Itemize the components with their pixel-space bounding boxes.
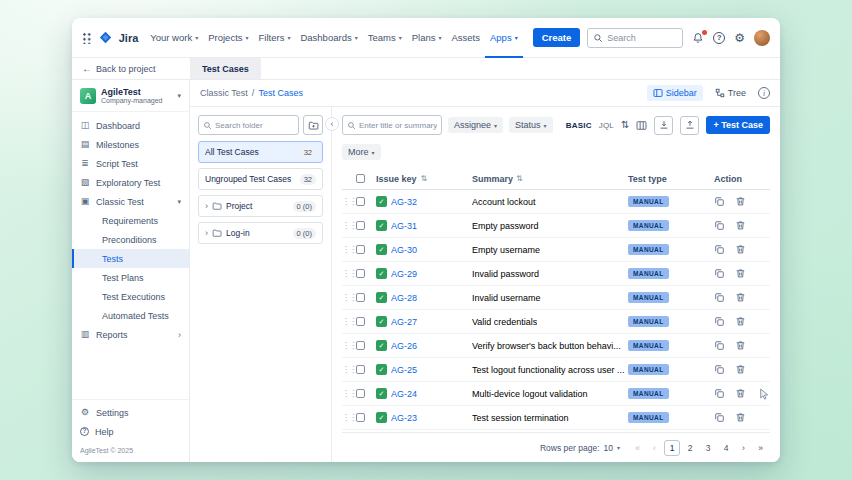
delete-icon[interactable] bbox=[735, 316, 746, 327]
row-summary[interactable]: Test session termination bbox=[472, 413, 569, 423]
global-search-input[interactable] bbox=[607, 33, 677, 43]
table-row[interactable]: ⋮⋮ ✓ AG-27 Valid credentials MANUAL bbox=[342, 310, 770, 334]
page-number[interactable]: 4 bbox=[718, 440, 734, 456]
delete-icon[interactable] bbox=[735, 244, 746, 255]
topnav-item[interactable]: Plans ▾ bbox=[407, 18, 447, 58]
row-checkbox[interactable] bbox=[356, 413, 365, 422]
drag-handle-icon[interactable]: ⋮⋮ bbox=[342, 197, 356, 206]
drag-handle-icon[interactable]: ⋮⋮ bbox=[342, 365, 356, 374]
delete-icon[interactable] bbox=[735, 340, 746, 351]
table-row[interactable]: ⋮⋮ ✓ AG-25 Test logout functionality acr… bbox=[342, 358, 770, 382]
copy-icon[interactable] bbox=[714, 340, 725, 351]
table-row[interactable]: ⋮⋮ ✓ AG-31 Empty password MANUAL bbox=[342, 214, 770, 238]
issue-key-link[interactable]: AG-26 bbox=[391, 341, 417, 351]
copy-icon[interactable] bbox=[714, 316, 725, 327]
sidebar-footer-item[interactable]: ⚙ Settings bbox=[72, 403, 189, 422]
add-test-case-button[interactable]: + Test Case bbox=[706, 116, 770, 134]
issue-key-link[interactable]: AG-27 bbox=[391, 317, 417, 327]
row-checkbox[interactable] bbox=[356, 197, 365, 206]
topnav-item[interactable]: Projects ▾ bbox=[203, 18, 253, 58]
folder-search-input[interactable] bbox=[215, 121, 294, 130]
topnav-item[interactable]: Dashboards ▾ bbox=[295, 18, 362, 58]
row-checkbox[interactable] bbox=[356, 221, 365, 230]
row-summary[interactable]: Test logout functionality across user ..… bbox=[472, 365, 625, 375]
rows-per-page[interactable]: Rows per page: 10 ▾ bbox=[540, 443, 620, 453]
last-page-button[interactable]: » bbox=[753, 440, 768, 455]
drag-handle-icon[interactable]: ⋮⋮ bbox=[342, 389, 356, 398]
row-summary[interactable]: Verify browser's back button behavi... bbox=[472, 341, 621, 351]
settings-gear-icon[interactable]: ⚙ bbox=[734, 32, 745, 44]
notifications-bell-icon[interactable] bbox=[692, 32, 704, 44]
copy-icon[interactable] bbox=[714, 292, 725, 303]
user-avatar[interactable] bbox=[754, 30, 770, 46]
copy-icon[interactable] bbox=[714, 268, 725, 279]
sidebar-item[interactable]: ≣ Script Test bbox=[72, 154, 189, 173]
row-checkbox[interactable] bbox=[356, 341, 365, 350]
chevron-right-icon[interactable]: › bbox=[205, 201, 208, 211]
issue-key-link[interactable]: AG-29 bbox=[391, 269, 417, 279]
table-row[interactable]: ⋮⋮ ✓ AG-28 Invalid username MANUAL bbox=[342, 286, 770, 310]
sidebar-item[interactable]: ◫ Dashboard bbox=[72, 116, 189, 135]
row-checkbox[interactable] bbox=[356, 269, 365, 278]
drag-handle-icon[interactable]: ⋮⋮ bbox=[342, 341, 356, 350]
breadcrumb-parent[interactable]: Classic Test bbox=[200, 88, 248, 98]
global-search[interactable] bbox=[587, 28, 683, 48]
sidebar-footer-item[interactable]: ? Help bbox=[72, 422, 189, 441]
copy-icon[interactable] bbox=[714, 364, 725, 375]
status-filter[interactable]: Status ▾ bbox=[509, 117, 553, 133]
issue-key-link[interactable]: AG-32 bbox=[391, 197, 417, 207]
topnav-item[interactable]: Teams ▾ bbox=[363, 18, 407, 58]
issue-key-link[interactable]: AG-25 bbox=[391, 365, 417, 375]
page-number[interactable]: 3 bbox=[700, 440, 716, 456]
summary-search-input[interactable] bbox=[359, 121, 437, 130]
sidebar-item[interactable]: ▧ Exploratory Test bbox=[72, 173, 189, 192]
help-icon[interactable]: ? bbox=[713, 32, 725, 44]
delete-icon[interactable] bbox=[735, 220, 746, 231]
info-icon[interactable]: i bbox=[758, 87, 770, 99]
export-icon[interactable] bbox=[680, 116, 699, 135]
brand-name[interactable]: Jira bbox=[119, 32, 139, 44]
copy-icon[interactable] bbox=[714, 412, 725, 423]
delete-icon[interactable] bbox=[735, 388, 746, 399]
basic-mode-toggle[interactable]: BASIC bbox=[566, 121, 592, 130]
copy-icon[interactable] bbox=[714, 220, 725, 231]
folder-item[interactable]: All Test Cases 32 bbox=[198, 141, 323, 163]
row-summary[interactable]: Empty username bbox=[472, 245, 540, 255]
drag-handle-icon[interactable]: ⋮⋮ bbox=[342, 221, 356, 230]
copy-icon[interactable] bbox=[714, 244, 725, 255]
sidebar-item[interactable]: ▣ Classic Test ▾ bbox=[72, 192, 189, 211]
collapse-panel-button[interactable]: ‹ bbox=[325, 117, 339, 131]
folder-item[interactable]: › Project 0 (0) bbox=[198, 195, 323, 217]
breadcrumb-current[interactable]: Test Cases bbox=[258, 88, 303, 98]
row-summary[interactable]: Empty password bbox=[472, 221, 539, 231]
folder-item[interactable]: › Log-in 0 (0) bbox=[198, 222, 323, 244]
topnav-item[interactable]: Assets ▾ bbox=[446, 18, 485, 58]
issue-key-link[interactable]: AG-23 bbox=[391, 413, 417, 423]
sidebar-item[interactable]: ▤ Milestones bbox=[72, 135, 189, 154]
delete-icon[interactable] bbox=[735, 364, 746, 375]
summary-search[interactable] bbox=[342, 115, 442, 135]
issue-key-link[interactable]: AG-31 bbox=[391, 221, 417, 231]
more-filters-button[interactable]: More ▾ bbox=[342, 144, 381, 160]
row-summary[interactable]: Invalid password bbox=[472, 269, 539, 279]
sidebar-item[interactable]: Test Plans bbox=[72, 268, 189, 287]
folder-item[interactable]: Ungrouped Test Cases 32 bbox=[198, 168, 323, 190]
sidebar-item[interactable]: Test Executions bbox=[72, 287, 189, 306]
table-row[interactable]: ⋮⋮ ✓ AG-24 Multi-device logout validatio… bbox=[342, 382, 770, 406]
row-checkbox[interactable] bbox=[356, 245, 365, 254]
create-button[interactable]: Create bbox=[533, 28, 581, 47]
drag-handle-icon[interactable]: ⋮⋮ bbox=[342, 413, 356, 422]
row-checkbox[interactable] bbox=[356, 317, 365, 326]
prev-page-button[interactable]: ‹ bbox=[647, 440, 662, 455]
row-summary[interactable]: Invalid username bbox=[472, 293, 541, 303]
drag-handle-icon[interactable]: ⋮⋮ bbox=[342, 245, 356, 254]
row-summary[interactable]: Account lockout bbox=[472, 197, 536, 207]
app-header[interactable]: A AgileTest Company-managed ▾ bbox=[72, 80, 189, 112]
copy-icon[interactable] bbox=[714, 388, 725, 399]
sidebar-item[interactable]: Tests bbox=[72, 249, 189, 268]
row-checkbox[interactable] bbox=[356, 365, 365, 374]
select-all-checkbox[interactable] bbox=[356, 174, 365, 183]
table-row[interactable]: ⋮⋮ ✓ AG-29 Invalid password MANUAL bbox=[342, 262, 770, 286]
issue-key-link[interactable]: AG-30 bbox=[391, 245, 417, 255]
row-checkbox[interactable] bbox=[356, 293, 365, 302]
